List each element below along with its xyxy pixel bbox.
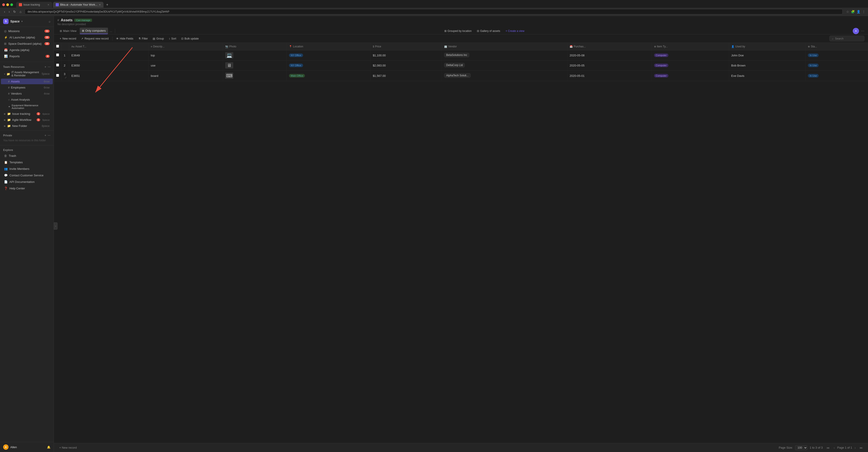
folder-agile-workflow[interactable]: ▶ 📁 Agile Workflow 1 9piece <box>1 117 53 123</box>
home-button[interactable]: ⌂ <box>18 9 23 14</box>
team-resources-add-icon[interactable]: + <box>44 65 46 68</box>
folder-new-folder[interactable]: ▶ 📁 New Folder 8piece <box>1 123 53 129</box>
prev-page-button[interactable]: ‹ <box>832 445 836 450</box>
grouped-by-location-button[interactable]: ⊞ Grouped by location <box>442 28 474 34</box>
tab-main-view[interactable]: ⊞ Main View <box>58 28 79 34</box>
page-size-select[interactable]: 100 50 25 <box>795 445 807 450</box>
row3-photo[interactable]: ⌨ <box>223 70 287 81</box>
sort-button[interactable]: ↕ Sort <box>166 36 179 41</box>
sidebar-item-missions[interactable]: ◎ Missions 11 <box>1 28 53 34</box>
view-more-button[interactable]: ... <box>109 28 113 33</box>
maximize-traffic-light[interactable] <box>10 3 13 6</box>
sidebar-item-help[interactable]: ❓ Help Center <box>1 185 53 191</box>
header-status[interactable]: ⊕ Sta... <box>806 43 868 50</box>
row2-asset-tag[interactable]: E3650 <box>69 60 149 70</box>
more-options-icon[interactable]: ⋯ <box>861 29 864 33</box>
last-page-button[interactable]: ⏭ <box>858 445 864 450</box>
private-more-icon[interactable]: ⋯ <box>48 134 51 137</box>
sub-item-asset-analysis[interactable]: ○ Asset Analysis <box>1 97 53 102</box>
row3-description[interactable]: board <box>148 70 223 81</box>
sidebar-item-trash[interactable]: 🗑 Trash <box>1 153 53 159</box>
bulk-update-button[interactable]: ⊡ Bulk update <box>179 36 201 41</box>
profile-icon[interactable]: 👤 <box>857 10 860 13</box>
header-checkbox[interactable] <box>54 43 62 50</box>
sub-item-vendors[interactable]: # Vendors 4row <box>1 91 53 96</box>
sidebar-item-contact[interactable]: 💬 Contact Customer Service <box>1 172 53 178</box>
toolbar-search[interactable]: ⌕ <box>829 36 864 41</box>
new-tab-button[interactable]: + <box>104 2 110 8</box>
bookmark-icon[interactable]: ☆ <box>846 10 849 13</box>
address-bar[interactable]: dev.bika.ai/space/spcQcQPTs5Yjms5o1Y2FPr… <box>25 9 843 14</box>
team-resources-more-icon[interactable]: ⋯ <box>48 65 51 68</box>
tab-bika[interactable]: Bika.ai - Automate Your Work... ✕ <box>53 2 103 8</box>
user-info[interactable]: A Allen <box>3 444 17 450</box>
header-item-type[interactable]: ⊕ Item Ty... <box>652 43 729 50</box>
row3-asset-tag[interactable]: E3651 <box>69 70 149 81</box>
notification-icon[interactable]: 🔔 <box>47 446 51 449</box>
next-page-button[interactable]: › <box>853 445 857 450</box>
close-traffic-light[interactable] <box>2 3 5 6</box>
row1-vendor: BetaSolutions Inc <box>442 50 567 60</box>
row3-checkbox-cell[interactable] <box>54 70 62 81</box>
expand-row3-icon[interactable]: ⤢ <box>65 76 67 79</box>
tab-only-computers[interactable]: ⊠ Only computers <box>80 28 108 34</box>
folder-it-assets[interactable]: ▾ 📁 IT Assets Management & Reminder 5pie… <box>1 70 53 78</box>
sidebar-item-reports[interactable]: 📊 Reports 4 <box>1 53 53 59</box>
space-name[interactable]: S Space ▾ <box>3 19 23 24</box>
private-add-icon[interactable]: + <box>44 134 46 137</box>
sidebar-collapse-button[interactable]: ‹ <box>54 222 58 230</box>
header-photo[interactable]: 📷 Photo <box>223 43 287 50</box>
sidebar-item-ai-launcher[interactable]: ⚡ AI Launcher (alpha) 15 <box>1 34 53 40</box>
search-input[interactable] <box>835 37 862 40</box>
row1-asset-tag[interactable]: E3649 <box>69 50 149 60</box>
request-new-record-button[interactable]: ↗ Request new record <box>79 36 111 41</box>
sidebar-item-api-docs[interactable]: 📄 API Documentation <box>1 179 53 185</box>
row3-checkbox[interactable] <box>56 74 59 77</box>
back-button[interactable]: ‹ <box>3 9 6 14</box>
row1-checkbox-cell[interactable] <box>54 50 62 60</box>
sub-item-equipment-maintenance[interactable]: ✦ Equipment Maintenance Automation <box>1 103 53 111</box>
folder-issue-tracking[interactable]: ▶ 📁 Issue tracking 1 4piece <box>1 111 53 117</box>
header-used-by[interactable]: 👤 Used by <box>729 43 805 50</box>
tab-close-bika[interactable]: ✕ <box>99 3 101 6</box>
header-asset-tag[interactable]: Aa Asset T... <box>69 43 149 50</box>
header-purchase-date[interactable]: 📅 Purchas... <box>567 43 652 50</box>
header-price[interactable]: $ Price <box>370 43 442 50</box>
tab-close-issue[interactable]: ✕ <box>48 3 50 6</box>
add-record-button[interactable]: + New record <box>58 445 79 450</box>
forward-button[interactable]: › <box>7 9 11 14</box>
sidebar-item-invite[interactable]: 👥 Invite Members <box>1 166 53 172</box>
hide-fields-button[interactable]: 👁 Hide Fields <box>114 36 135 41</box>
new-record-button[interactable]: + New record <box>58 36 79 41</box>
select-all-checkbox[interactable] <box>56 45 59 48</box>
row2-checkbox-cell[interactable] <box>54 60 62 70</box>
create-view-button[interactable]: + Create a view <box>503 28 527 34</box>
item-type-col-icon: ⊕ <box>654 45 656 48</box>
row2-photo[interactable]: 🖥 <box>223 60 287 70</box>
extensions-icon[interactable]: 🧩 <box>851 10 855 13</box>
group-button[interactable]: ▤ Group <box>150 36 166 41</box>
row1-photo[interactable]: 💻 <box>223 50 287 60</box>
reload-button[interactable]: ↻ <box>12 9 17 14</box>
gallery-of-assets-button[interactable]: ⊟ Gallery of assets <box>475 28 502 34</box>
sidebar-search-icon[interactable]: ⌕ <box>49 20 51 23</box>
minimize-traffic-light[interactable] <box>6 3 9 6</box>
sidebar-item-templates[interactable]: 📋 Templates <box>1 159 53 165</box>
row2-checkbox[interactable] <box>56 64 59 66</box>
sub-item-assets[interactable]: # Assets 6row <box>1 79 53 84</box>
header-description[interactable]: ≡ Descrip... <box>148 43 223 50</box>
row1-description[interactable]: top <box>148 50 223 60</box>
folder-count-agile: 9piece <box>42 119 50 121</box>
header-location[interactable]: 📍 Location <box>287 43 370 50</box>
filter-button[interactable]: ⚗ Filter <box>136 36 150 41</box>
tab-issue-tracking[interactable]: Issue tracking ✕ <box>16 2 52 8</box>
sub-item-employees[interactable]: # Employees 6row <box>1 85 53 90</box>
first-page-button[interactable]: ⏮ <box>825 445 831 450</box>
header-vendor[interactable]: 🏢 Vendor <box>442 43 567 50</box>
row2-description[interactable]: use <box>148 60 223 70</box>
row1-checkbox[interactable] <box>56 54 59 56</box>
sidebar-item-agenda[interactable]: 📅 Agenda (alpha) <box>1 47 53 53</box>
main-nav-section: ◎ Missions 11 ⚡ AI Launcher (alpha) 15 ⊞… <box>0 27 54 60</box>
sidebar-item-space-dashboard[interactable]: ⊞ Space Dashboard (alpha) 15 <box>1 41 53 47</box>
menu-icon[interactable]: ⋮ <box>862 10 865 13</box>
